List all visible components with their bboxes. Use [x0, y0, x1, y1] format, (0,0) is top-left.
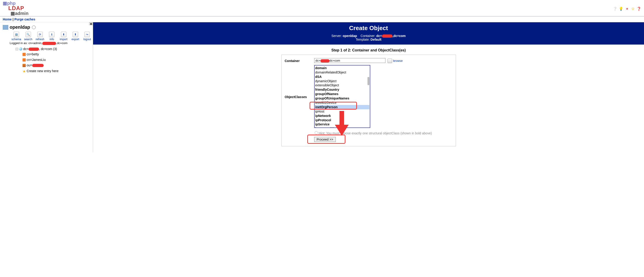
nav-purge-caches[interactable]: Purge caches	[14, 17, 36, 21]
help-request-icon[interactable]: ❔	[613, 6, 617, 11]
objectclass-option[interactable]: domain	[315, 66, 369, 70]
redacted	[42, 42, 56, 45]
magnifier-icon[interactable]	[388, 58, 392, 63]
objectclass-option[interactable]: ipService	[315, 122, 369, 127]
browse-link[interactable]: browse	[393, 59, 403, 62]
logout-icon: ↪	[84, 32, 90, 37]
listbox-scrollbar[interactable]	[368, 77, 369, 85]
objectclass-option[interactable]: kopano-addresslist	[315, 127, 369, 128]
action-schema[interactable]: ▤schema	[12, 32, 21, 41]
objectclasses-label: ObjectClasses	[285, 94, 314, 99]
lightbulb-icon[interactable]: 💡	[619, 6, 623, 11]
server-icon	[3, 25, 8, 30]
tree-item[interactable]: ou=	[22, 63, 93, 68]
banner-container: dc=,dc=com	[376, 34, 406, 38]
objectclass-option[interactable]: groupOfUniqueNames	[315, 96, 369, 101]
main-content: Create Object Server: openldap Container…	[93, 22, 644, 146]
objectclass-option[interactable]: ieee802Device	[315, 101, 369, 105]
objectclass-option[interactable]: ipHost	[315, 109, 369, 114]
action-refresh[interactable]: ⟳refresh	[35, 32, 44, 41]
schema-icon: ▤	[14, 32, 19, 37]
logged-in-as: Logged in as: cn=admin,,dc=com	[2, 41, 93, 46]
sidebar-expand-icon[interactable]: ▦	[89, 22, 93, 25]
objectclass-option[interactable]: extensibleObject	[315, 83, 369, 87]
header-icon-bar: ❔ 💡 ✴ ☺ ❓	[613, 1, 641, 11]
help-icon[interactable]: ❓	[637, 6, 641, 11]
phpldapadmin-logo: ▦php LDAP ▦admin	[3, 1, 28, 16]
ou-icon	[22, 64, 26, 67]
sidebar: ▦ openldap ▤schema🔍search⟳refreshℹinfo⬇i…	[0, 22, 93, 152]
action-export[interactable]: ⬆export	[70, 32, 80, 41]
banner-server: openldap	[343, 34, 357, 38]
export-icon: ⬆	[73, 32, 78, 37]
nav-home[interactable]: Home	[3, 17, 12, 21]
smiley-icon[interactable]: ☺	[631, 6, 635, 11]
nav-sep: |	[13, 17, 14, 21]
objectclass-option[interactable]: friendlyCountry	[315, 87, 369, 92]
page-title: Create Object	[95, 24, 642, 32]
banner: Create Object Server: openldap Container…	[93, 22, 644, 44]
search-icon: 🔍	[26, 32, 31, 37]
bug-icon[interactable]: ✴	[625, 6, 629, 11]
objectclass-option[interactable]: dSA	[315, 75, 369, 79]
person-icon	[22, 58, 26, 61]
star-icon: ★	[22, 68, 26, 74]
create-object-form: Container dc=dc=com browse ObjectClas	[281, 55, 456, 146]
objectclass-option[interactable]: groupOfNames	[315, 92, 369, 96]
collapse-icon[interactable]: −	[16, 48, 18, 50]
globe-icon	[19, 47, 22, 50]
objectclass-option[interactable]: ipNetwork	[315, 114, 369, 118]
refresh-icon: ⟳	[37, 32, 43, 37]
objectclass-option[interactable]: dynamicObject	[315, 79, 369, 83]
server-name: openldap	[10, 24, 30, 30]
action-logout[interactable]: ↪logout	[82, 32, 92, 41]
action-info[interactable]: ℹinfo	[47, 32, 56, 41]
top-nav: Home | Purge caches	[0, 16, 644, 22]
hint-text: Hint: You must choose exactly one struct…	[314, 130, 452, 137]
tree-item[interactable]: cn=JamesLiu	[22, 57, 93, 63]
objectclass-option[interactable]: inetOrgPerson	[315, 105, 369, 109]
import-icon: ⬇	[61, 32, 66, 37]
banner-template: Default	[370, 38, 381, 41]
container-label: Container	[285, 58, 314, 63]
action-import[interactable]: ⬇import	[59, 32, 68, 41]
tree-item[interactable]: cn=betty	[22, 52, 93, 57]
redacted	[28, 47, 39, 51]
hint-icon	[315, 131, 318, 134]
container-input[interactable]	[314, 58, 386, 63]
step-heading: Step 1 of 2: Container and ObjectClass(e…	[93, 44, 644, 55]
tree-create-new[interactable]: ★ Create new entry here	[16, 68, 93, 74]
objectclass-option[interactable]: ipProtocol	[315, 118, 369, 122]
objectclasses-listbox[interactable]: domaindomainRelatedObjectdSAdynamicObjec…	[314, 65, 370, 128]
clock-icon[interactable]	[32, 25, 36, 29]
action-search[interactable]: 🔍search	[24, 32, 33, 41]
proceed-button[interactable]: Proceed >>	[314, 137, 336, 142]
objectclass-option[interactable]: domainRelatedObject	[315, 70, 369, 75]
info-icon: ℹ	[49, 32, 54, 37]
person-icon	[22, 53, 26, 56]
tree-root[interactable]: − dc=, dc=com (3)	[16, 46, 93, 52]
